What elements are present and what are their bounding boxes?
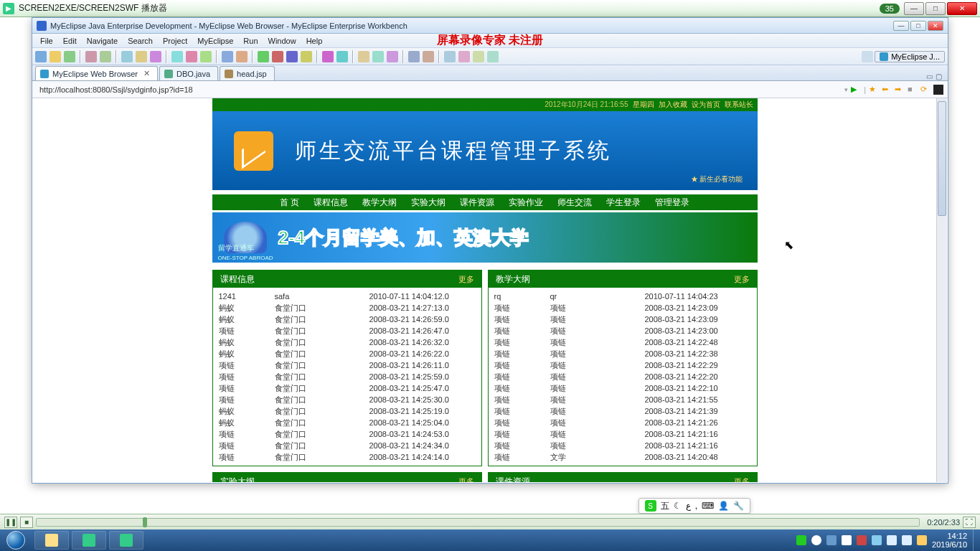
menu-window[interactable]: Window — [263, 37, 301, 45]
menu-file[interactable]: File — [35, 37, 58, 45]
toolbar-icon[interactable] — [222, 51, 233, 62]
menu-project[interactable]: Project — [158, 37, 192, 45]
eclipse-minimize-button[interactable]: — — [893, 21, 909, 31]
more-link[interactable]: 更多 — [734, 476, 750, 483]
tray-icon[interactable] — [872, 535, 882, 545]
player-maximize-button[interactable]: □ — [925, 2, 946, 15]
table-row[interactable]: 项链食堂门口2008-03-21 14:25:30.0 — [219, 394, 476, 405]
sogou-icon[interactable]: S — [645, 500, 656, 512]
nav-admin-login[interactable]: 管理登录 — [648, 197, 697, 209]
tray-network-icon[interactable] — [887, 535, 897, 545]
show-desktop-button[interactable] — [973, 529, 980, 551]
seek-knob[interactable] — [143, 517, 147, 527]
table-row[interactable]: 项链食堂门口2008-03-21 14:25:47.0 — [219, 382, 476, 394]
ime-toolbar[interactable]: S 五 ☾ ع , ⌨ 👤 🔧 — [639, 498, 750, 514]
table-row[interactable]: 项链食堂门口2008-03-21 14:24:53.0 — [219, 428, 476, 440]
toolbar-icon[interactable] — [444, 51, 456, 62]
toolbar-icon[interactable] — [322, 51, 334, 62]
nav-resources[interactable]: 课件资源 — [453, 197, 501, 209]
refresh-icon[interactable]: ⟳ — [920, 85, 930, 95]
table-row[interactable]: 蚂蚁食堂门口2008-03-21 14:26:32.0 — [219, 336, 476, 348]
menu-edit[interactable]: Edit — [58, 37, 82, 45]
eclipse-close-button[interactable]: ✕ — [928, 21, 943, 31]
toolbar-icon[interactable] — [408, 51, 420, 62]
table-row[interactable]: 项链项链2008-03-21 14:22:29 — [494, 359, 751, 371]
table-row[interactable]: 项链项链2008-03-21 14:22:38 — [494, 348, 751, 359]
scrollbar-thumb[interactable] — [938, 101, 946, 216]
table-row[interactable]: 项链食堂门口2008-03-21 14:24:14.0 — [219, 451, 476, 463]
topbar-link[interactable]: 联系站长 — [725, 100, 753, 110]
tab-head-jsp[interactable]: head.jsp — [220, 66, 275, 80]
table-row[interactable]: 项链项链2008-03-21 14:23:09 — [494, 314, 751, 325]
table-row[interactable]: 项链食堂门口2008-03-21 14:24:34.0 — [219, 440, 476, 451]
toolbar-icon[interactable] — [150, 51, 161, 62]
table-row[interactable]: 项链食堂门口2008-03-21 14:26:11.0 — [219, 359, 476, 371]
table-row[interactable]: 1241safa2010-07-11 14:04:12.0 — [219, 291, 476, 302]
taskbar-app-player[interactable] — [72, 531, 106, 550]
topbar-link[interactable]: 加入收藏 — [659, 100, 687, 110]
nav-home[interactable]: 首 页 — [273, 197, 306, 209]
more-link[interactable]: 更多 — [734, 274, 750, 285]
toolbar-icon[interactable] — [387, 51, 398, 62]
tab-browser[interactable]: MyEclipse Web Browser ✕ — [35, 66, 158, 80]
table-row[interactable]: 项链项链2008-03-21 14:22:20 — [494, 371, 751, 382]
ime-label[interactable]: 五 — [661, 500, 669, 512]
toolbar-icon[interactable] — [186, 51, 197, 62]
toolbar-icon[interactable] — [358, 51, 369, 62]
menu-search[interactable]: Search — [123, 37, 158, 45]
toolbar-icon[interactable] — [100, 51, 111, 62]
more-link[interactable]: 更多 — [458, 274, 474, 285]
ad-banner[interactable]: 2-4个月留学美、加、英澳大学 留学直通车 ONE-STOP ABROAD — [212, 212, 758, 263]
dropdown-icon[interactable]: ▾ — [844, 86, 848, 93]
taskbar-app-explorer[interactable] — [34, 531, 69, 550]
toolbar-icon[interactable] — [423, 51, 434, 62]
table-row[interactable]: 项链项链2008-03-21 14:21:26 — [494, 417, 751, 428]
menu-help[interactable]: Help — [301, 37, 328, 45]
nav-lab-syllabus[interactable]: 实验大纲 — [404, 197, 453, 209]
player-minimize-button[interactable]: — — [904, 2, 924, 15]
toolbar-icon[interactable] — [35, 51, 47, 62]
tray-icon[interactable] — [857, 535, 867, 545]
go-icon[interactable]: ▶ — [851, 85, 861, 95]
ime-icon[interactable]: ع — [686, 501, 691, 511]
table-row[interactable]: 项链项链2008-03-21 14:22:10 — [494, 382, 751, 394]
tray-sogou-icon[interactable] — [796, 535, 806, 545]
table-row[interactable]: 蚂蚁食堂门口2008-03-21 14:26:59.0 — [219, 314, 476, 325]
taskbar-app-player2[interactable] — [109, 531, 143, 550]
player-seek-track[interactable] — [36, 518, 920, 527]
toolbar-icon[interactable] — [336, 51, 348, 62]
table-row[interactable]: 项链食堂门口2008-03-21 14:25:59.0 — [219, 371, 476, 382]
table-row[interactable]: 项链文学2008-03-21 14:20:48 — [494, 451, 751, 463]
topbar-link[interactable]: 设为首页 — [692, 100, 720, 110]
player-fullscreen-button[interactable]: ⛶ — [963, 517, 976, 528]
player-close-button[interactable]: ✕ — [947, 2, 977, 15]
toolbar-icon[interactable] — [121, 51, 133, 62]
tray-icon[interactable] — [811, 535, 821, 545]
toolbar-icon[interactable] — [473, 51, 484, 62]
toolbar-icon[interactable] — [258, 51, 269, 62]
table-row[interactable]: 项链项链2008-03-21 14:22:48 — [494, 336, 751, 348]
open-perspective-icon[interactable] — [862, 51, 873, 62]
toolbar-icon[interactable] — [458, 51, 470, 62]
nav-forum[interactable]: 师生交流 — [550, 197, 599, 209]
tray-volume-icon[interactable] — [902, 535, 912, 545]
tray-icon[interactable] — [917, 535, 927, 545]
nav-course[interactable]: 课程信息 — [306, 197, 355, 209]
player-pause-button[interactable]: ❚❚ — [4, 517, 17, 528]
user-icon[interactable]: 👤 — [718, 501, 729, 511]
menu-myeclipse[interactable]: MyEclipse — [192, 37, 238, 45]
toolbar-icon[interactable] — [372, 51, 384, 62]
ime-icon[interactable]: , — [695, 501, 697, 511]
nav-syllabus[interactable]: 教学大纲 — [355, 197, 404, 209]
menu-run[interactable]: Run — [238, 37, 263, 45]
close-icon[interactable]: ✕ — [143, 69, 150, 78]
favorite-icon[interactable]: ★ — [869, 85, 879, 95]
menu-navigate[interactable]: Navigate — [82, 37, 123, 45]
vertical-scrollbar[interactable] — [936, 98, 947, 482]
table-row[interactable]: 项链项链2008-03-21 14:21:55 — [494, 394, 751, 405]
toolbar-icon[interactable] — [200, 51, 212, 62]
forward-icon[interactable]: ➡ — [895, 85, 905, 95]
toolbar-icon[interactable] — [236, 51, 248, 62]
table-row[interactable]: 项链项链2008-03-21 14:21:16 — [494, 440, 751, 451]
tray-clock[interactable]: 14:12 2019/6/10 — [932, 532, 967, 549]
